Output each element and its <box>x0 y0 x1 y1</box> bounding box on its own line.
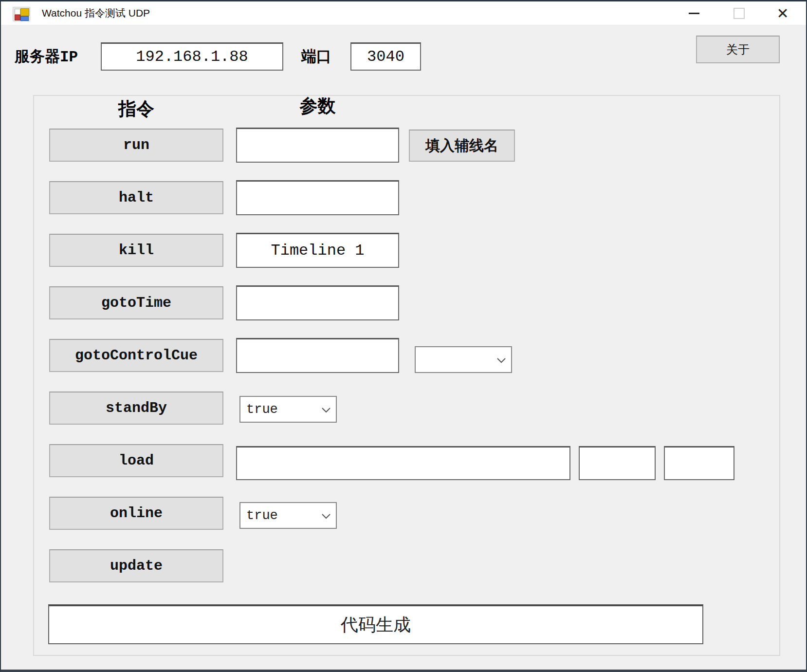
titlebar: Watchou 指令测试 UDP ✕ <box>1 1 806 25</box>
maximize-icon <box>734 8 745 19</box>
online-button[interactable]: online <box>49 497 223 530</box>
halt-button[interactable]: halt <box>49 181 223 214</box>
online-combobox-value: true <box>246 508 278 523</box>
update-button[interactable]: update <box>49 549 223 582</box>
halt-param-input[interactable] <box>236 180 399 215</box>
load-button[interactable]: load <box>49 444 223 477</box>
maximize-button[interactable] <box>716 1 761 25</box>
run-button[interactable]: run <box>49 129 223 162</box>
standby-button[interactable]: standBy <box>49 392 223 425</box>
online-combobox[interactable]: true <box>239 502 337 529</box>
load-param2-input[interactable] <box>579 446 656 480</box>
window-title: Watchou 指令测试 UDP <box>42 1 150 25</box>
server-ip-label: 服务器IP <box>15 46 78 67</box>
chevron-down-icon <box>321 508 331 523</box>
minimize-icon <box>689 13 699 14</box>
gotocontrolcue-param-input[interactable] <box>236 338 399 373</box>
command-column-header: 指令 <box>49 97 223 121</box>
kill-button[interactable]: kill <box>49 234 223 267</box>
param-column-header: 参数 <box>236 94 399 118</box>
close-icon: ✕ <box>776 5 789 22</box>
kill-param-input[interactable] <box>236 233 399 268</box>
standby-combobox[interactable]: true <box>239 396 337 423</box>
server-ip-input[interactable] <box>101 42 283 71</box>
generate-code-box[interactable]: 代码生成 <box>48 604 703 644</box>
gototime-button[interactable]: gotoTime <box>49 286 223 319</box>
run-param-input[interactable] <box>236 128 399 163</box>
app-window: Watchou 指令测试 UDP ✕ 服务器IP 端口 关于 指令 参数 run… <box>0 0 807 672</box>
port-input[interactable] <box>350 42 421 71</box>
load-param3-input[interactable] <box>664 446 734 480</box>
chevron-down-icon <box>496 353 506 367</box>
app-icon <box>13 7 30 21</box>
chevron-down-icon <box>321 402 331 417</box>
gotocontrolcue-combobox[interactable] <box>415 346 512 373</box>
fill-aux-line-name-button[interactable]: 填入辅线名 <box>409 130 515 162</box>
standby-combobox-value: true <box>246 402 278 417</box>
about-button[interactable]: 关于 <box>696 36 780 63</box>
minimize-button[interactable] <box>672 1 716 25</box>
gotocontrolcue-button[interactable]: gotoControlCue <box>49 339 223 372</box>
port-label: 端口 <box>301 46 331 67</box>
load-param-input[interactable] <box>236 446 570 480</box>
gototime-param-input[interactable] <box>236 285 399 320</box>
close-button[interactable]: ✕ <box>760 1 805 25</box>
